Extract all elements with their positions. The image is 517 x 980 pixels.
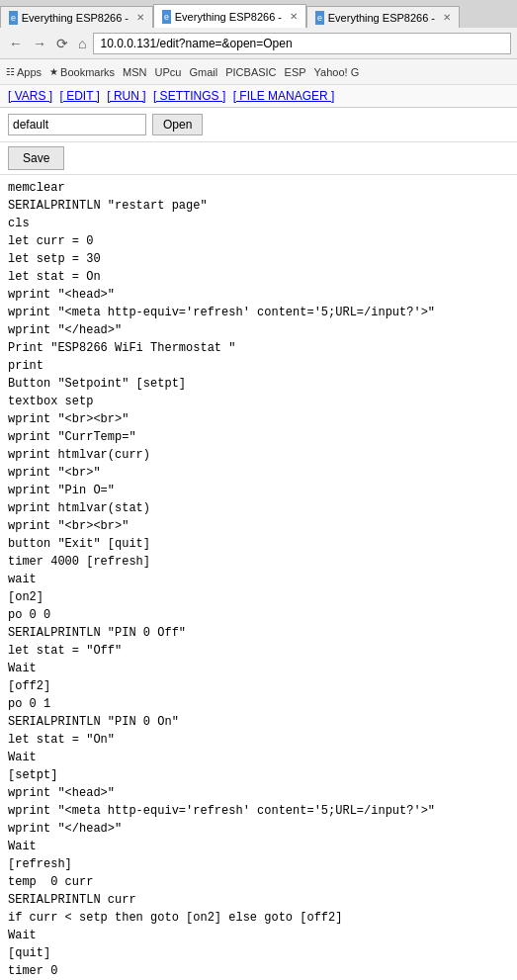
bookmark-upcu[interactable]: UPcu <box>155 66 182 78</box>
apps-icon: ☷ <box>6 66 15 77</box>
tab-3-label: Everything ESP8266 - <box>328 12 435 24</box>
bookmark-bookmarks[interactable]: ★ Bookmarks <box>49 66 115 78</box>
open-button[interactable]: Open <box>152 114 203 135</box>
bookmark-esp[interactable]: ESP <box>285 66 306 78</box>
bookmark-gmail[interactable]: Gmail <box>189 66 217 78</box>
browser-tabs: e Everything ESP8266 - ✕ e Everything ES… <box>0 0 517 28</box>
nav-vars[interactable]: [ VARS ] <box>8 89 52 103</box>
save-bar: Save <box>0 142 517 175</box>
bookmark-yahoo[interactable]: Yahoo! G <box>314 66 360 78</box>
code-editor[interactable]: memclear SERIALPRINTLN "restart page" cl… <box>0 175 517 980</box>
nav-edit[interactable]: [ EDIT ] <box>59 89 99 103</box>
filename-input[interactable] <box>8 114 146 135</box>
tab-1-close[interactable]: ✕ <box>136 12 144 23</box>
tab-1[interactable]: e Everything ESP8266 - ✕ <box>0 6 153 28</box>
nav-run[interactable]: [ RUN ] <box>107 89 145 103</box>
tab-3[interactable]: e Everything ESP8266 - ✕ <box>306 6 460 28</box>
tab-2[interactable]: e Everything ESP8266 - ✕ <box>153 4 306 28</box>
browser-toolbar: ← → ⟳ ⌂ <box>0 28 517 59</box>
tab-3-favicon: e <box>315 11 324 25</box>
tab-3-close[interactable]: ✕ <box>443 12 451 23</box>
save-button[interactable]: Save <box>8 146 64 170</box>
tab-2-label: Everything ESP8266 - <box>175 11 282 23</box>
home-button[interactable]: ⌂ <box>75 36 89 51</box>
tab-1-favicon: e <box>9 11 18 25</box>
nav-settings[interactable]: [ SETTINGS ] <box>153 89 225 103</box>
tab-2-favicon: e <box>162 10 171 24</box>
bookmark-apps[interactable]: ☷ Apps <box>6 66 42 78</box>
back-button[interactable]: ← <box>6 36 26 51</box>
nav-file-manager[interactable]: [ FILE MANAGER ] <box>233 89 335 103</box>
tab-2-close[interactable]: ✕ <box>290 11 298 22</box>
tab-1-label: Everything ESP8266 - <box>22 12 129 24</box>
reload-button[interactable]: ⟳ <box>53 36 71 51</box>
star-icon: ★ <box>49 66 58 77</box>
page-nav: [ VARS ] [ EDIT ] [ RUN ] [ SETTINGS ] [… <box>0 85 517 108</box>
address-bar[interactable] <box>93 33 511 54</box>
open-file-bar: Open <box>0 108 517 142</box>
bookmarks-bar: ☷ Apps ★ Bookmarks MSN UPcu Gmail PICBAS… <box>0 59 517 85</box>
forward-button[interactable]: → <box>30 36 49 51</box>
bookmark-msn[interactable]: MSN <box>123 66 146 78</box>
bookmark-picbasic[interactable]: PICBASIC <box>225 66 276 78</box>
page-content: [ VARS ] [ EDIT ] [ RUN ] [ SETTINGS ] [… <box>0 85 517 980</box>
